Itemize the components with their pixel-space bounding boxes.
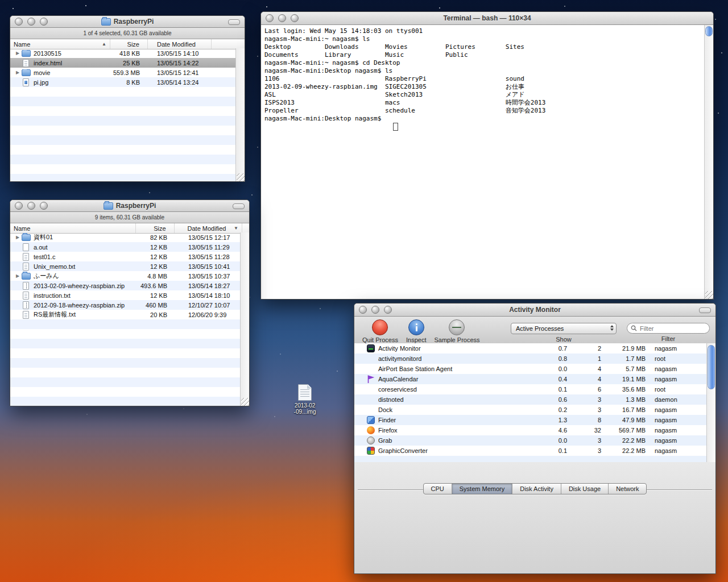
- tab-disk-usage[interactable]: Disk Usage: [561, 484, 608, 494]
- zoom-button[interactable]: [384, 306, 392, 314]
- disk-image-file-icon[interactable]: [298, 384, 312, 401]
- disclosure-triangle-icon[interactable]: ▶: [14, 70, 22, 75]
- zoom-button[interactable]: [291, 14, 299, 22]
- file-row[interactable]: RS最新情報.txt20 KB12/06/20 9:39: [10, 310, 249, 319]
- process-row[interactable]: AquaCalendar0.4419.1 MBnagasm: [354, 374, 715, 384]
- scrollbar-thumb[interactable]: [705, 26, 713, 36]
- minimize-button[interactable]: [371, 306, 379, 314]
- process-row[interactable]: Dock0.2316.7 MBnagasm: [354, 405, 715, 415]
- column-header-size[interactable]: Size: [136, 223, 175, 233]
- file-name: ふーみん: [34, 272, 59, 280]
- zoom-button[interactable]: [40, 202, 48, 210]
- toolbar-toggle-button[interactable]: [228, 19, 240, 25]
- minimize-button[interactable]: [27, 18, 35, 26]
- file-row[interactable]: ▶movie559.3 MB13/05/15 12:41: [10, 68, 245, 77]
- file-row[interactable]: 2013-02-09-wheezy-raspbian.zip493.6 MB13…: [10, 281, 249, 290]
- process-row[interactable]: coreservicesd0.1635.6 MBroot: [354, 384, 715, 394]
- finder1-list: ▶20130515418 KB13/05/15 14:10index.html2…: [10, 48, 245, 181]
- sample-process-button[interactable]: Sample Process: [434, 319, 479, 343]
- column-header-size[interactable]: Size: [110, 39, 148, 49]
- tab-network[interactable]: Network: [608, 484, 646, 494]
- file-row[interactable]: ▶資料0182 KB13/05/15 12:17: [10, 232, 249, 242]
- file-row[interactable]: index.html25 KB13/05/15 14:22: [10, 58, 245, 68]
- tab-system-memory[interactable]: System Memory: [452, 484, 512, 494]
- toolbar-toggle-button[interactable]: [233, 203, 245, 209]
- tab-cpu[interactable]: CPU: [424, 484, 452, 494]
- process-threads: 2: [572, 345, 606, 352]
- finder2-vertical-scrollbar[interactable]: [240, 232, 249, 406]
- column-header-name[interactable]: Name ▲: [10, 39, 110, 49]
- file-date: 13/05/15 10:37: [175, 273, 243, 280]
- process-row[interactable]: Grab0.0322.2 MBnagasm: [354, 435, 715, 446]
- activity-monitor-titlebar[interactable]: Activity Monitor: [354, 304, 715, 317]
- resize-grip[interactable]: [241, 398, 249, 406]
- file-row[interactable]: instruction.txt12 KB13/05/14 18:10: [10, 290, 249, 300]
- file-size: 460 MB: [136, 302, 175, 309]
- process-mem: 22.2 MB: [606, 447, 650, 454]
- file-row[interactable]: ▶ふーみん4.8 MB13/05/15 10:37: [10, 271, 249, 281]
- close-button[interactable]: [359, 306, 367, 314]
- column-header-date[interactable]: Date Modified: [148, 39, 212, 49]
- process-mem: 5.7 MB: [606, 365, 650, 372]
- empty-stripe-row: [10, 145, 245, 155]
- terminal-output: Last login: Wed May 15 14:18:03 on ttys0…: [261, 25, 713, 125]
- inspect-button[interactable]: Inspect: [406, 319, 426, 343]
- minimize-button[interactable]: [27, 202, 35, 210]
- file-row[interactable]: test01.c12 KB13/05/15 11:28: [10, 252, 249, 261]
- process-filter-popup[interactable]: Active Processes: [511, 323, 617, 334]
- process-row[interactable]: Finder1.3847.9 MBnagasm: [354, 415, 715, 425]
- quit-process-button[interactable]: Quit Process: [362, 319, 398, 343]
- column-header-name[interactable]: Name: [10, 223, 136, 233]
- file-name: test01.c: [34, 253, 56, 260]
- finder1-vertical-scrollbar[interactable]: [235, 48, 245, 181]
- process-mem: 21.9 MB: [606, 345, 650, 352]
- finder2-titlebar[interactable]: RaspberryPi: [10, 200, 249, 212]
- tab-disk-activity[interactable]: Disk Activity: [512, 484, 561, 494]
- zoom-button[interactable]: [40, 18, 48, 26]
- terminal-vertical-scrollbar[interactable]: [704, 25, 713, 299]
- popup-arrows-icon: [610, 325, 614, 331]
- process-list-scrollbar[interactable]: [706, 343, 715, 462]
- resize-grip[interactable]: [237, 173, 245, 181]
- file-name: a.out: [34, 244, 47, 251]
- file-row[interactable]: 2012-09-18-wheezy-raspbian.zip460 MB12/1…: [10, 300, 249, 310]
- close-button[interactable]: [266, 14, 274, 22]
- process-user: nagasm: [650, 406, 715, 413]
- terminal-content[interactable]: Last login: Wed May 15 14:18:03 on ttys0…: [261, 25, 713, 299]
- process-row[interactable]: AirPort Base Station Agent0.045.7 MBnaga…: [354, 364, 715, 374]
- empty-stripe-row: [10, 116, 245, 126]
- file-row[interactable]: pi.jpg8 KB13/05/14 13:24: [10, 77, 245, 87]
- file-row[interactable]: Unix_memo.txt12 KB13/05/15 10:41: [10, 261, 249, 271]
- filter-input[interactable]: [639, 325, 706, 332]
- sample-process-icon: [449, 319, 465, 335]
- desktop-file-label: 2013-02 -09...img: [282, 402, 328, 415]
- process-row[interactable]: GraphicConverter0.1322.2 MBnagasm: [354, 446, 715, 456]
- disclosure-triangle-icon[interactable]: ▶: [14, 51, 22, 56]
- disclosure-triangle-icon[interactable]: ▶: [14, 273, 22, 278]
- process-row[interactable]: activitymonitord0.811.7 MBroot: [354, 354, 715, 364]
- disclosure-triangle-icon[interactable]: ▶: [14, 235, 22, 240]
- empty-stripe-row: [10, 339, 249, 348]
- close-button[interactable]: [15, 202, 23, 210]
- minimize-button[interactable]: [278, 14, 286, 22]
- process-row[interactable]: distnoted0.631.3 MBdaemon: [354, 394, 715, 405]
- toolbar-toggle-button[interactable]: [699, 307, 711, 313]
- doc-html-icon: [23, 59, 29, 67]
- status-bar: 1 of 4 selected, 60.31 GB available: [10, 28, 245, 39]
- empty-stripe-row: [10, 348, 249, 358]
- process-row[interactable]: Activity Monitor0.7221.9 MBnagasm: [354, 343, 715, 354]
- file-size: 4.8 MB: [136, 273, 175, 280]
- empty-stripe-row: [10, 87, 245, 97]
- file-row[interactable]: a.out12 KB13/05/15 11:29: [10, 242, 249, 252]
- column-header-date[interactable]: Date Modified ▼: [175, 223, 242, 233]
- scrollbar-thumb[interactable]: [708, 345, 715, 389]
- filter-search-field[interactable]: [627, 323, 710, 334]
- sort-ascending-icon: ▲: [100, 41, 106, 47]
- resize-grip[interactable]: [705, 291, 713, 299]
- close-button[interactable]: [15, 18, 23, 26]
- desktop-file-icon[interactable]: 2013-02 -09...img: [282, 384, 328, 415]
- finder1-titlebar[interactable]: RaspberryPi: [10, 16, 245, 28]
- process-row[interactable]: Firefox4.632569.7 MBnagasm: [354, 425, 715, 435]
- terminal-titlebar[interactable]: Terminal — bash — 110×34: [261, 12, 713, 25]
- file-row[interactable]: ▶20130515418 KB13/05/15 14:10: [10, 48, 245, 58]
